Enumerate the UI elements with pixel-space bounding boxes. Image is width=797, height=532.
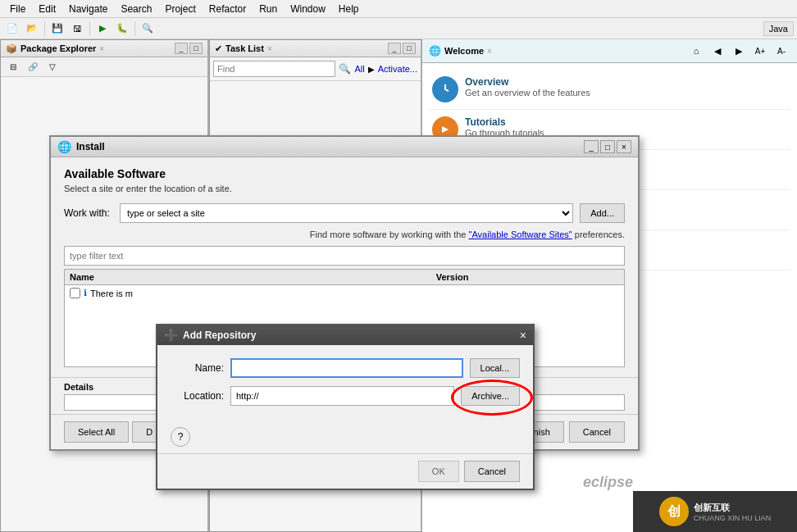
toolbar-sep-2 bbox=[89, 21, 90, 36]
menu-file[interactable]: File bbox=[3, 2, 32, 16]
pkg-explorer-close-icon: × bbox=[99, 44, 104, 53]
available-sites-link[interactable]: "Available Software Sites" bbox=[469, 230, 572, 239]
menu-navigate[interactable]: Navigate bbox=[62, 2, 114, 16]
find-icon: 🔍 bbox=[339, 63, 351, 75]
help-btn[interactable]: ? bbox=[171, 427, 190, 447]
work-with-select[interactable]: type or select a site bbox=[120, 203, 573, 223]
toolbar-debug[interactable]: 🐛 bbox=[113, 20, 131, 38]
overview-icon bbox=[432, 76, 458, 102]
toolbar-save[interactable]: 💾 bbox=[48, 20, 66, 38]
separator: ▶ bbox=[368, 65, 375, 74]
name-label: Name: bbox=[171, 362, 224, 374]
menu-search[interactable]: Search bbox=[114, 2, 158, 16]
table-header: Name Version bbox=[65, 270, 624, 285]
find-more-suffix: preferences. bbox=[575, 230, 625, 239]
menu-edit[interactable]: Edit bbox=[32, 2, 62, 16]
toolbar-run[interactable]: ▶ bbox=[93, 20, 112, 38]
add-repo-icon: ➕ bbox=[164, 329, 178, 342]
menu-refactor[interactable]: Refactor bbox=[203, 2, 253, 16]
maximize-button[interactable]: □ bbox=[189, 43, 203, 54]
table-row: ℹ There is m bbox=[65, 285, 624, 301]
location-row: Location: Archive... bbox=[171, 386, 520, 406]
overview-desc: Get an overview of the features bbox=[465, 88, 590, 98]
ok-btn[interactable]: OK bbox=[418, 461, 459, 482]
task-maximize-btn[interactable]: □ bbox=[403, 43, 416, 54]
work-with-row: Work with: type or select a site Add... bbox=[64, 203, 625, 223]
main-toolbar: 📄 📂 💾 🖫 ▶ 🐛 🔍 Java bbox=[0, 18, 797, 39]
install-title: Install bbox=[76, 141, 105, 152]
collapse-all-btn[interactable]: ⊟ bbox=[4, 58, 22, 76]
add-repository-dialog: ➕ Add Repository × Name: Local... Locati… bbox=[156, 324, 535, 490]
install-close-btn[interactable]: × bbox=[617, 140, 631, 153]
toolbar-search[interactable]: 🔍 bbox=[139, 20, 157, 38]
toolbar-new[interactable]: 📄 bbox=[3, 20, 21, 38]
watermark-line1: 创新互联 bbox=[694, 502, 772, 514]
view-menu-btn[interactable]: ▽ bbox=[43, 58, 61, 76]
filter-input[interactable] bbox=[64, 246, 625, 266]
name-input[interactable] bbox=[230, 358, 463, 378]
task-minimize-btn[interactable]: _ bbox=[388, 43, 401, 54]
task-list-header: ✔ Task List × _ □ bbox=[210, 40, 421, 57]
package-explorer-header: 📦 Package Explorer × _ □ bbox=[1, 40, 207, 57]
info-icon: ℹ bbox=[84, 288, 87, 298]
task-list-title: Task List bbox=[225, 43, 264, 53]
add-repo-help: ? bbox=[157, 427, 533, 453]
menu-run[interactable]: Run bbox=[253, 2, 284, 16]
cancel-install-btn[interactable]: Cancel bbox=[569, 421, 625, 443]
overview-text: Overview Get an overview of the features bbox=[465, 76, 590, 98]
menu-project[interactable]: Project bbox=[158, 2, 202, 16]
install-titlebar: 🌐 Install _ □ × bbox=[51, 137, 638, 157]
add-repo-footer: OK Cancel bbox=[157, 453, 533, 489]
archive-btn[interactable]: Archive... bbox=[461, 386, 520, 406]
perspective-java[interactable]: Java bbox=[763, 21, 794, 36]
select-all-btn[interactable]: Select All bbox=[64, 421, 129, 443]
menubar: File Edit Navigate Search Project Refact… bbox=[0, 0, 797, 18]
welcome-minus-btn[interactable]: A- bbox=[772, 42, 790, 60]
menu-window[interactable]: Window bbox=[284, 2, 332, 16]
cancel-repo-btn[interactable]: Cancel bbox=[464, 461, 520, 482]
welcome-home-btn[interactable]: ⌂ bbox=[687, 42, 705, 60]
task-list-content bbox=[210, 81, 421, 93]
row-checkbox[interactable] bbox=[70, 288, 80, 298]
welcome-title: Welcome bbox=[444, 46, 484, 56]
row-text: There is m bbox=[90, 289, 133, 298]
archive-btn-wrapper: Archive... bbox=[461, 386, 520, 406]
add-repo-titlebar: ➕ Add Repository × bbox=[157, 325, 533, 345]
welcome-overview[interactable]: Overview Get an overview of the features bbox=[429, 70, 790, 110]
location-input[interactable] bbox=[230, 386, 454, 406]
watermark: 创 创新互联 CHUANG XIN HU LIAN bbox=[633, 491, 797, 532]
col-version: Version bbox=[436, 272, 619, 282]
add-repo-title: Add Repository bbox=[183, 330, 256, 341]
task-list-close-icon: × bbox=[267, 44, 272, 53]
local-btn[interactable]: Local... bbox=[470, 358, 520, 378]
menu-help[interactable]: Help bbox=[332, 2, 366, 16]
all-link[interactable]: All bbox=[354, 64, 364, 74]
task-find-input[interactable] bbox=[213, 61, 335, 77]
toolbar-sep-1 bbox=[44, 21, 45, 36]
toolbar-open[interactable]: 📂 bbox=[23, 20, 41, 38]
task-panel-controls: _ □ bbox=[388, 43, 416, 54]
add-repo-close-btn[interactable]: × bbox=[520, 330, 526, 341]
install-minimize-btn[interactable]: _ bbox=[584, 140, 599, 153]
eclipse-watermark: eclipse bbox=[583, 474, 633, 491]
welcome-back-btn[interactable]: ◀ bbox=[708, 42, 726, 60]
welcome-forward-btn[interactable]: ▶ bbox=[730, 42, 748, 60]
package-explorer-icon: 📦 bbox=[6, 43, 17, 54]
welcome-close-icon: × bbox=[487, 47, 492, 56]
watermark-logo: 创 bbox=[659, 497, 689, 526]
toolbar-save-all[interactable]: 🖫 bbox=[68, 20, 86, 38]
activate-link[interactable]: Activate... bbox=[378, 64, 417, 74]
add-site-btn[interactable]: Add... bbox=[580, 203, 625, 223]
minimize-button[interactable]: _ bbox=[175, 43, 188, 54]
welcome-print-btn[interactable]: A+ bbox=[751, 42, 769, 60]
install-maximize-btn[interactable]: □ bbox=[600, 140, 615, 153]
tutorials-label: Tutorials bbox=[465, 116, 544, 128]
col-name: Name bbox=[70, 272, 436, 282]
link-editor-btn[interactable]: 🔗 bbox=[24, 58, 42, 76]
welcome-nav-bar: ⌂ ◀ ▶ A+ A- bbox=[687, 42, 790, 60]
task-list-icon: ✔ bbox=[215, 43, 222, 54]
install-icon: 🌐 bbox=[57, 140, 71, 153]
panel-controls: _ □ bbox=[175, 43, 203, 54]
location-label: Location: bbox=[171, 390, 224, 402]
pkg-explorer-toolbar: ⊟ 🔗 ▽ bbox=[1, 57, 207, 77]
